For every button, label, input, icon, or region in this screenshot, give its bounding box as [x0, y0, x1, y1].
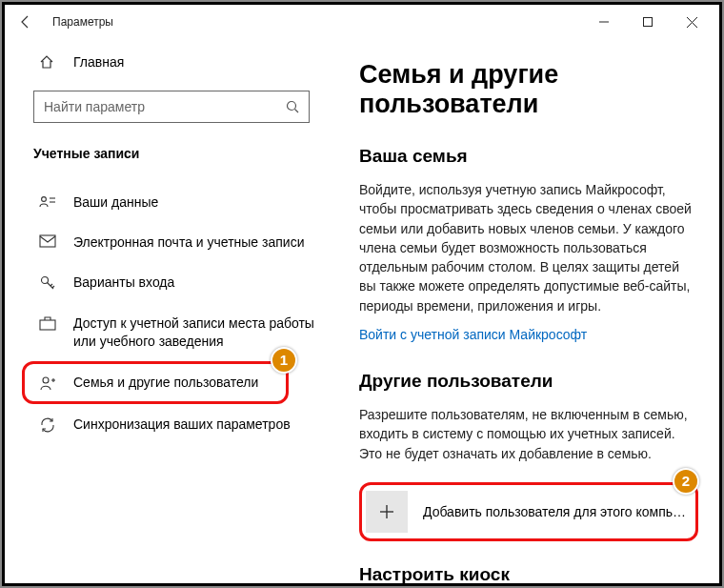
page-heading: Семья и другие пользователи	[359, 60, 698, 119]
sidebar-item-email[interactable]: Электронная почта и учетные записи	[5, 222, 327, 262]
search-icon	[286, 100, 299, 113]
svg-point-4	[42, 197, 47, 202]
svg-rect-1	[644, 18, 653, 27]
sidebar-item-label: Варианты входа	[73, 274, 315, 291]
svg-line-3	[295, 110, 299, 113]
signin-link[interactable]: Войти с учетной записи Майкрософт	[359, 327, 587, 342]
plus-icon	[366, 491, 408, 533]
add-user-button[interactable]: Добавить пользователя для этого компьюте…	[366, 489, 692, 535]
search-input[interactable]: Найти параметр	[33, 91, 310, 123]
minimize-button[interactable]	[582, 7, 626, 37]
titlebar: Параметры	[5, 5, 719, 39]
sidebar-item-your-info[interactable]: Ваши данные	[5, 182, 327, 222]
svg-point-8	[42, 277, 49, 284]
briefcase-icon	[39, 315, 56, 331]
window-title: Параметры	[52, 15, 113, 29]
mail-icon	[39, 234, 56, 248]
sidebar: Главная Найти параметр Учетные записи Ва…	[5, 39, 327, 583]
family-icon	[39, 375, 56, 392]
svg-point-2	[288, 102, 296, 111]
sidebar-item-label: Ваши данные	[73, 193, 315, 211]
sidebar-item-label: Электронная почта и учетные записи	[73, 233, 315, 251]
sidebar-item-sync[interactable]: Синхронизация ваших параметров	[5, 404, 327, 445]
sidebar-item-family[interactable]: Семья и другие пользователи 1	[22, 361, 289, 404]
search-placeholder: Найти параметр	[44, 99, 145, 114]
key-icon	[39, 274, 56, 292]
home-icon	[39, 54, 56, 70]
annotation-badge-2: 2	[673, 468, 699, 495]
content-pane: Семья и другие пользователи Ваша семья В…	[327, 39, 719, 583]
family-heading: Ваша семья	[359, 146, 698, 167]
home-link[interactable]: Главная	[5, 45, 327, 79]
person-card-icon	[39, 194, 56, 210]
sidebar-item-label: Синхронизация ваших параметров	[73, 416, 315, 433]
sidebar-item-signin[interactable]: Варианты входа	[5, 262, 327, 303]
maximize-button[interactable]	[626, 7, 670, 37]
others-text: Разрешите пользователям, не включенным в…	[359, 405, 698, 463]
svg-rect-7	[40, 235, 55, 247]
home-label: Главная	[73, 54, 124, 70]
svg-point-10	[43, 377, 49, 383]
add-user-label: Добавить пользователя для этого компьюте…	[423, 504, 692, 519]
sidebar-item-label: Доступ к учетной записи места работы или…	[73, 314, 315, 349]
sidebar-item-label: Семья и другие пользователи	[73, 374, 274, 391]
annotation-badge-1: 1	[271, 347, 297, 374]
sync-icon	[39, 416, 56, 434]
back-button[interactable]	[18, 14, 41, 30]
svg-rect-9	[40, 320, 55, 330]
sidebar-section: Учетные записи	[5, 134, 327, 174]
window-controls	[582, 7, 714, 37]
family-text: Войдите, используя учетную запись Майкро…	[359, 180, 698, 315]
kiosk-heading: Настроить киоск	[359, 564, 698, 583]
others-heading: Другие пользователи	[359, 371, 698, 392]
close-button[interactable]	[670, 7, 714, 37]
